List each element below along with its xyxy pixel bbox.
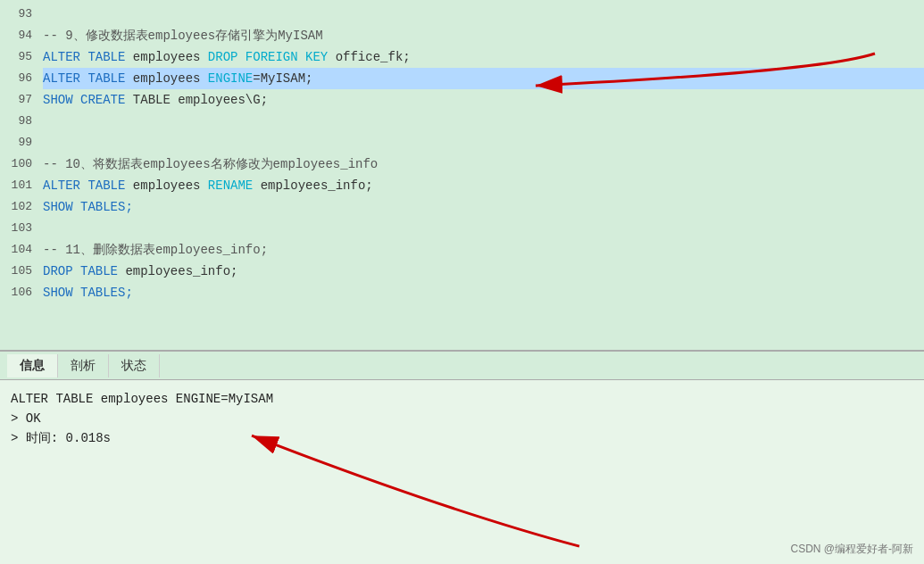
line-number: 98 bbox=[0, 111, 43, 132]
code-line: 98 bbox=[0, 111, 924, 132]
tab-bar: 信息 剖析 状态 bbox=[0, 352, 924, 380]
line-number: 97 bbox=[0, 89, 43, 111]
line-number: 99 bbox=[0, 132, 43, 153]
code-line: 101ALTER TABLE employees RENAME employee… bbox=[0, 175, 924, 196]
watermark: CSDN @编程爱好者-阿新 bbox=[790, 542, 913, 557]
output-line: > OK bbox=[11, 409, 913, 428]
line-content: DROP TABLE employees_info; bbox=[43, 261, 924, 282]
code-line: 104-- 11、删除数据表employees_info; bbox=[0, 239, 924, 261]
code-line: 103 bbox=[0, 218, 924, 239]
line-content: -- 11、删除数据表employees_info; bbox=[43, 239, 924, 261]
code-line: 93 bbox=[0, 4, 924, 25]
line-content: -- 10、将数据表employees名称修改为employees_info bbox=[43, 153, 924, 175]
line-number: 103 bbox=[0, 218, 43, 239]
line-number: 100 bbox=[0, 153, 43, 175]
code-line: 105DROP TABLE employees_info; bbox=[0, 261, 924, 282]
code-line: 100-- 10、将数据表employees名称修改为employees_inf… bbox=[0, 153, 924, 175]
line-number: 95 bbox=[0, 46, 43, 68]
line-content: SHOW TABLES; bbox=[43, 282, 924, 303]
code-line: 102SHOW TABLES; bbox=[0, 196, 924, 218]
code-line: 94-- 9、修改数据表employees存储引擎为MyISAM bbox=[0, 25, 924, 46]
editor-area: 9394-- 9、修改数据表employees存储引擎为MyISAM95ALTE… bbox=[0, 0, 924, 350]
code-line: 95ALTER TABLE employees DROP FOREIGN KEY… bbox=[0, 46, 924, 68]
line-content: SHOW TABLES; bbox=[43, 196, 924, 218]
output-line: > 时间: 0.018s bbox=[11, 428, 913, 448]
line-number: 105 bbox=[0, 261, 43, 282]
code-line: 97SHOW CREATE TABLE employees\G; bbox=[0, 89, 924, 111]
line-number: 106 bbox=[0, 282, 43, 303]
line-number: 94 bbox=[0, 25, 43, 46]
line-content: ALTER TABLE employees DROP FOREIGN KEY o… bbox=[43, 46, 924, 68]
line-number: 104 bbox=[0, 239, 43, 261]
line-number: 93 bbox=[0, 4, 43, 25]
line-content: -- 9、修改数据表employees存储引擎为MyISAM bbox=[43, 25, 924, 46]
code-line: 106SHOW TABLES; bbox=[0, 282, 924, 303]
bottom-panel: 信息 剖析 状态 ALTER TABLE employees ENGINE=My… bbox=[0, 350, 924, 564]
tab-status[interactable]: 状态 bbox=[109, 354, 160, 377]
line-number: 101 bbox=[0, 175, 43, 196]
line-content: ALTER TABLE employees RENAME employees_i… bbox=[43, 175, 924, 196]
line-number: 96 bbox=[0, 68, 43, 89]
output-line: ALTER TABLE employees ENGINE=MyISAM bbox=[11, 389, 913, 409]
code-line: 99 bbox=[0, 132, 924, 153]
code-line: 96ALTER TABLE employees ENGINE=MyISAM; bbox=[0, 68, 924, 89]
line-number: 102 bbox=[0, 196, 43, 218]
output-area: ALTER TABLE employees ENGINE=MyISAM> OK>… bbox=[0, 380, 924, 457]
line-content: ALTER TABLE employees ENGINE=MyISAM; bbox=[43, 68, 924, 89]
tab-info[interactable]: 信息 bbox=[7, 354, 58, 377]
tab-profile[interactable]: 剖析 bbox=[58, 354, 109, 377]
line-content: SHOW CREATE TABLE employees\G; bbox=[43, 89, 924, 111]
